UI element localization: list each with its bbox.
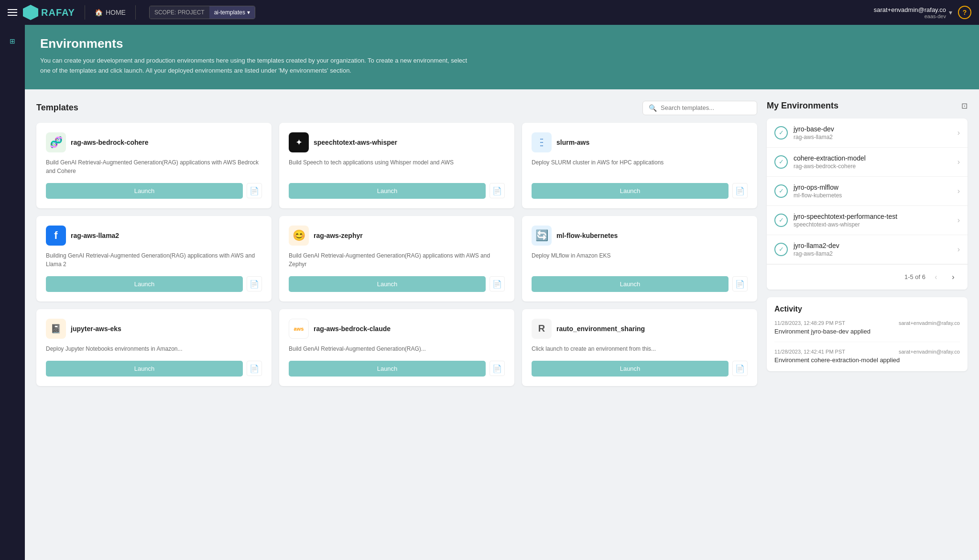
template-footer: Launch 📄	[532, 183, 748, 199]
activity-user: sarat+envadmin@rafay.co	[899, 349, 960, 355]
template-name: rag-aws-bedrock-cohere	[71, 139, 149, 146]
help-button[interactable]: ?	[958, 6, 971, 19]
chevron-down-icon: ▾	[247, 9, 250, 16]
header-banner: Environments You can create your develop…	[25, 25, 979, 89]
search-input[interactable]	[661, 104, 751, 111]
logo[interactable]: RAFAY	[23, 5, 75, 20]
template-description: Click launch to create an environment fr…	[532, 345, 748, 353]
env-check-icon: ✓	[774, 184, 788, 198]
template-name: speechtotext-aws-whisper	[314, 139, 397, 146]
doc-icon[interactable]: 📄	[490, 183, 505, 198]
launch-button[interactable]: Launch	[289, 183, 486, 199]
launch-button[interactable]: Launch	[46, 276, 243, 292]
template-card-header: ▪▪▪▪▪▪▪▪▪ slurm-aws	[532, 132, 748, 152]
template-footer: Launch 📄	[46, 361, 262, 377]
template-description: Build GenAI Retrieval-Augmented Generati…	[289, 345, 505, 353]
activity-list: 11/28/2023, 12:48:29 PM PST sarat+envadm…	[774, 320, 960, 364]
chevron-right-icon: ›	[957, 187, 960, 195]
template-footer: Launch 📄	[289, 361, 505, 377]
template-description: Deploy Jupyter Notebooks environments in…	[46, 345, 262, 353]
template-description: Building GenAI Retrieval-Augmented Gener…	[46, 251, 262, 269]
expand-icon[interactable]: ⊡	[961, 101, 968, 110]
main-wrapper: Environments You can create your develop…	[25, 25, 979, 560]
env-name: cohere-extraction-model	[794, 154, 957, 162]
env-name: jyro-base-dev	[794, 125, 957, 133]
nav-right: sarat+envadmin@rafay.co eaas-dev ▾ ?	[874, 6, 971, 19]
template-card: 📓 jupyter-aws-eks Deploy Jupyter Noteboo…	[36, 309, 272, 386]
templates-grid: 🧬 rag-aws-bedrock-cohere Build GenAI Ret…	[36, 123, 757, 386]
template-name: slurm-aws	[556, 139, 589, 146]
template-card: f rag-aws-llama2 Building GenAI Retrieva…	[36, 216, 272, 302]
home-label: HOME	[106, 9, 126, 16]
template-card-header: 😊 rag-aws-zephyr	[289, 226, 505, 246]
env-template: rag-aws-bedrock-cohere	[794, 163, 957, 170]
launch-button[interactable]: Launch	[289, 276, 486, 292]
chevron-right-icon: ›	[957, 158, 960, 166]
env-template: ml-flow-kubernetes	[794, 192, 957, 199]
template-card: 😊 rag-aws-zephyr Build GenAI Retrieval-A…	[279, 216, 514, 302]
template-name: rag-aws-bedrock-claude	[314, 325, 391, 333]
env-list-item[interactable]: ✓ jyro-llama2-dev rag-aws-llama2 ›	[767, 235, 968, 264]
env-template: rag-aws-llama2	[794, 134, 957, 140]
env-list-item[interactable]: ✓ cohere-extraction-model rag-aws-bedroc…	[767, 148, 968, 177]
scope-value[interactable]: ai-templates ▾	[209, 6, 255, 19]
template-card: 🔄 ml-flow-kubernetes Deploy MLflow in Am…	[522, 216, 757, 302]
user-menu[interactable]: sarat+envadmin@rafay.co eaas-dev ▾	[874, 6, 952, 19]
doc-icon[interactable]: 📄	[247, 276, 262, 291]
template-footer: Launch 📄	[532, 361, 748, 377]
environments-panel: My Environments ⊡ ✓ jyro-base-dev rag-aw…	[767, 101, 968, 551]
template-description: Build Speech to tech applications using …	[289, 158, 505, 175]
launch-button[interactable]: Launch	[532, 361, 729, 377]
template-card: ▪▪▪▪▪▪▪▪▪ slurm-aws Deploy SLURM cluster…	[522, 123, 757, 208]
activity-text: Environment cohere-extraction-model appl…	[774, 356, 960, 364]
activity-user: sarat+envadmin@rafay.co	[899, 320, 960, 326]
launch-button[interactable]: Launch	[46, 183, 243, 199]
scope-selector[interactable]: SCOPE: PROJECT ai-templates ▾	[149, 6, 255, 19]
activity-timestamp: 11/28/2023, 12:48:29 PM PST	[774, 320, 845, 326]
chevron-right-icon: ›	[957, 245, 960, 254]
launch-button[interactable]: Launch	[532, 183, 729, 199]
menu-icon[interactable]	[8, 9, 17, 16]
sidebar-item-home[interactable]: ⊞	[4, 32, 21, 50]
template-card-header: 🧬 rag-aws-bedrock-cohere	[46, 132, 262, 152]
env-list: ✓ jyro-base-dev rag-aws-llama2 › ✓ coher…	[767, 118, 968, 290]
env-name: jyro-llama2-dev	[794, 242, 957, 249]
logo-icon	[23, 5, 38, 20]
launch-button[interactable]: Launch	[289, 361, 486, 377]
template-footer: Launch 📄	[532, 276, 748, 292]
prev-page-button[interactable]: ‹	[929, 270, 943, 284]
env-list-item[interactable]: ✓ jyro-ops-mlflow ml-flow-kubernetes ›	[767, 177, 968, 206]
doc-icon[interactable]: 📄	[732, 276, 748, 291]
doc-icon[interactable]: 📄	[732, 183, 748, 198]
doc-icon[interactable]: 📄	[490, 276, 505, 291]
env-template: speechtotext-aws-whisper	[794, 221, 957, 228]
launch-button[interactable]: Launch	[46, 361, 243, 377]
template-card: ✦ speechtotext-aws-whisper Build Speech …	[279, 123, 514, 208]
activity-item: 11/28/2023, 12:48:29 PM PST sarat+envadm…	[774, 320, 960, 342]
doc-icon[interactable]: 📄	[247, 361, 262, 376]
template-footer: Launch 📄	[46, 183, 262, 199]
doc-icon[interactable]: 📄	[732, 361, 748, 376]
logo-text: RAFAY	[41, 7, 75, 18]
template-card: 🧬 rag-aws-bedrock-cohere Build GenAI Ret…	[36, 123, 272, 208]
home-icon: 🏠	[95, 9, 103, 16]
env-check-icon: ✓	[774, 126, 788, 140]
template-name: ml-flow-kubernetes	[556, 232, 618, 239]
template-card-header: R rauto_environment_sharing	[532, 319, 748, 339]
next-page-button[interactable]: ›	[946, 270, 960, 284]
env-check-icon: ✓	[774, 243, 788, 256]
env-list-item[interactable]: ✓ jyro-speechtotext-performance-test spe…	[767, 206, 968, 235]
pagination-info: 1-5 of 6	[904, 273, 925, 280]
template-card-header: ✦ speechtotext-aws-whisper	[289, 132, 505, 152]
launch-button[interactable]: Launch	[532, 276, 729, 292]
template-card: R rauto_environment_sharing Click launch…	[522, 309, 757, 386]
doc-icon[interactable]: 📄	[490, 361, 505, 376]
template-footer: Launch 📄	[289, 183, 505, 199]
search-box[interactable]: 🔍	[642, 101, 757, 115]
env-list-item[interactable]: ✓ jyro-base-dev rag-aws-llama2 ›	[767, 118, 968, 148]
user-org: eaas-dev	[874, 13, 946, 19]
top-navigation: RAFAY 🏠 HOME SCOPE: PROJECT ai-templates…	[0, 0, 979, 25]
doc-icon[interactable]: 📄	[247, 183, 262, 198]
home-link[interactable]: 🏠 HOME	[95, 9, 126, 16]
activity-title: Activity	[774, 305, 960, 313]
